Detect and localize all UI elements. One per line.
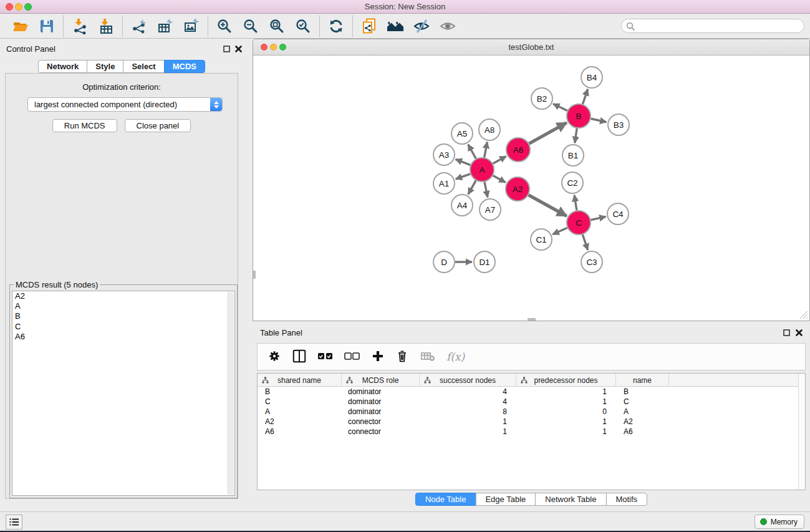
cell[interactable]: C (616, 397, 669, 407)
table-row-b[interactable]: Bdominator41B (258, 387, 798, 397)
graph-edge-A-A4[interactable] (468, 180, 476, 194)
cell[interactable]: 1 (420, 417, 516, 427)
graph-edge-A-A2[interactable] (493, 176, 506, 183)
graph-edge-C-C4[interactable] (591, 216, 606, 220)
cell[interactable]: A2 (616, 417, 669, 427)
cell[interactable]: dominator (342, 387, 420, 397)
float-panel-button[interactable] (222, 44, 231, 53)
close-panel-button[interactable]: Close panel (125, 119, 191, 132)
cell[interactable]: A6 (258, 427, 342, 437)
cell[interactable]: dominator (342, 397, 420, 407)
table-row-a2[interactable]: A2connector11A2 (258, 417, 798, 427)
cell[interactable]: A6 (616, 427, 669, 437)
graph-node-A8[interactable]: A8 (479, 119, 500, 140)
mcds-result-item-c[interactable]: C (12, 322, 234, 332)
import-network-button[interactable] (67, 15, 93, 37)
graph-edge-B-B3[interactable] (591, 118, 607, 122)
graph-node-B1[interactable]: B1 (562, 145, 584, 166)
cell[interactable]: 1 (516, 397, 616, 407)
tab-mcds[interactable]: MCDS (164, 60, 205, 73)
graph-node-A5[interactable]: A5 (451, 123, 473, 144)
zoom-out-button[interactable] (238, 15, 264, 37)
cell[interactable]: 1 (516, 387, 616, 397)
memory-button[interactable]: Memory (755, 515, 804, 529)
horizontal-scroll-thumb[interactable] (528, 318, 536, 321)
graph-edge-A-A3[interactable] (456, 159, 471, 165)
import-table-button[interactable] (93, 15, 119, 37)
mcds-result-item-a[interactable]: A (12, 301, 234, 311)
graph-edge-A2-C[interactable] (529, 195, 567, 216)
delete-columns-button[interactable] (395, 349, 409, 365)
tab-select[interactable]: Select (123, 60, 164, 73)
tab-style[interactable]: Style (87, 60, 123, 73)
graph-edge-C-C2[interactable] (574, 195, 577, 210)
mcds-result-item-a6[interactable]: A6 (12, 332, 234, 342)
graph-edge-B-B1[interactable] (575, 128, 577, 143)
hide-all-columns-button[interactable] (344, 352, 360, 362)
delete-table-button[interactable] (420, 349, 436, 365)
graph-node-C4[interactable]: C4 (607, 203, 629, 225)
table-row-c[interactable]: Cdominator41C (258, 397, 798, 407)
open-file-button[interactable] (7, 15, 34, 37)
tab-edge-table[interactable]: Edge Table (475, 493, 536, 506)
cell[interactable]: dominator (342, 407, 420, 417)
run-mcds-button[interactable]: Run MCDS (52, 119, 117, 132)
graph-node-C[interactable]: C (567, 211, 591, 235)
show-all-columns-button[interactable] (317, 352, 334, 362)
table-settings-button[interactable] (268, 349, 281, 365)
tab-network[interactable]: Network (38, 60, 87, 73)
cell[interactable]: 4 (420, 397, 516, 407)
graph-node-B2[interactable]: B2 (531, 88, 552, 109)
graph-node-A2[interactable]: A2 (506, 177, 529, 201)
graph-node-A3[interactable]: A3 (433, 144, 455, 165)
zoom-fit-button[interactable] (264, 15, 290, 37)
mcds-result-item-a2[interactable]: A2 (12, 291, 234, 301)
resize-grip-icon[interactable] (798, 309, 808, 319)
cell[interactable]: C (258, 397, 342, 407)
column-header-successor-nodes[interactable]: successor nodes (420, 374, 516, 387)
mcds-result-list[interactable]: A2ABCA6 (12, 291, 235, 496)
task-history-button[interactable] (6, 515, 22, 530)
graph-edge-A6-B[interactable] (529, 123, 566, 144)
tab-motifs[interactable]: Motifs (605, 493, 647, 506)
cell[interactable]: connector (342, 427, 420, 437)
refresh-button[interactable] (323, 15, 349, 37)
split-table-button[interactable] (292, 349, 307, 365)
cell[interactable]: B (616, 387, 669, 397)
show-graphics-details-button[interactable] (435, 15, 461, 37)
export-table-button[interactable] (152, 15, 178, 37)
home-button[interactable] (382, 15, 408, 37)
zoom-in-button[interactable] (211, 15, 238, 37)
graph-node-D1[interactable]: D1 (474, 251, 495, 273)
network-window-titlebar[interactable]: testGlobe.txt (253, 39, 809, 56)
save-session-button[interactable] (34, 15, 60, 37)
cell[interactable]: A (258, 407, 342, 417)
cell[interactable]: 1 (516, 427, 616, 437)
cell[interactable]: 4 (420, 387, 516, 397)
graph-edge-C-C3[interactable] (582, 235, 587, 250)
graph-edge-C-C1[interactable] (552, 228, 567, 235)
cell[interactable]: 0 (516, 407, 616, 417)
column-header-MCDS-role[interactable]: MCDS role (342, 374, 420, 387)
mcds-result-item-b[interactable]: B (12, 311, 234, 321)
close-panel-button[interactable] (234, 44, 243, 53)
graph-edge-A-A8[interactable] (485, 142, 488, 158)
graph-edge-A-A1[interactable] (456, 174, 470, 179)
graph-node-A[interactable]: A (470, 158, 494, 181)
graph-node-A6[interactable]: A6 (506, 138, 530, 162)
create-column-button[interactable] (371, 349, 385, 365)
cell[interactable]: 1 (420, 427, 516, 437)
export-network-button[interactable] (126, 15, 152, 37)
graph-node-B3[interactable]: B3 (608, 114, 629, 135)
graph-edge-A-A6[interactable] (493, 157, 506, 164)
column-header-name[interactable]: name (616, 374, 669, 387)
optimization-criterion-select[interactable]: largest connected component (directed) (27, 97, 223, 112)
graph-node-C1[interactable]: C1 (531, 229, 552, 250)
tab-node-table[interactable]: Node Table (415, 493, 476, 506)
zoom-selected-button[interactable] (290, 15, 316, 37)
graph-node-A7[interactable]: A7 (480, 199, 501, 220)
cell[interactable]: A (616, 407, 669, 417)
graph-edge-A-A5[interactable] (468, 145, 476, 159)
graph-edge-B-B4[interactable] (582, 89, 587, 104)
graph-node-B[interactable]: B (567, 104, 591, 128)
